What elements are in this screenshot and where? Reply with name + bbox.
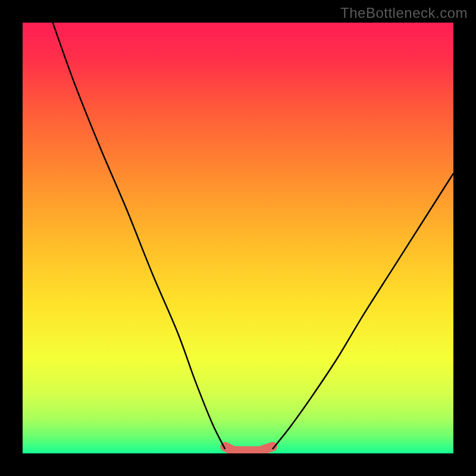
bottleneck-chart [23, 23, 453, 453]
watermark-text: TheBottleneck.com [340, 5, 468, 21]
gradient-background [23, 23, 453, 453]
plot-area [23, 23, 453, 453]
figure-frame: TheBottleneck.com [0, 0, 476, 476]
optimal-range-band [225, 447, 273, 451]
